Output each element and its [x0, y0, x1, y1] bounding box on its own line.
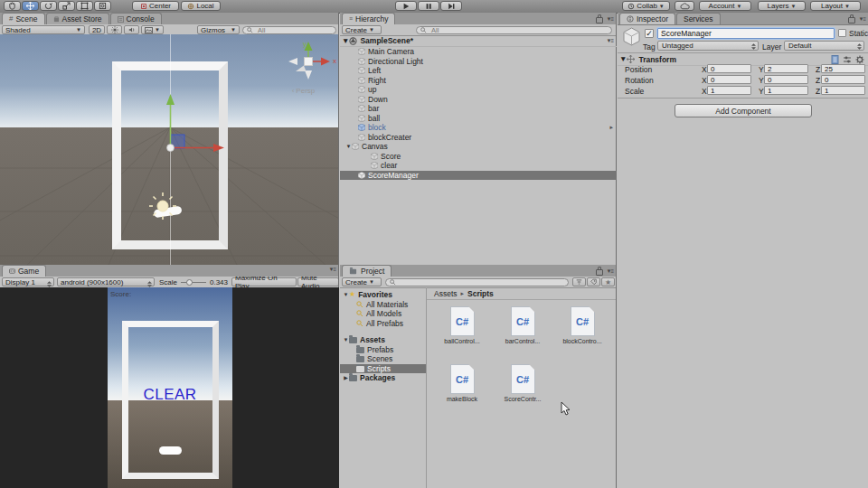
tab-services[interactable]: Services — [676, 13, 721, 24]
scene-viewport[interactable]: y x ‹ Persp — [0, 34, 338, 265]
tab-scene[interactable]: # Scene — [2, 13, 45, 24]
reference-doc-icon[interactable] — [831, 55, 839, 64]
search-by-label-button[interactable] — [587, 277, 600, 286]
project-tree-all-models[interactable]: All Models — [340, 309, 426, 319]
file-makeblock[interactable]: C# makeBlock — [434, 364, 490, 402]
active-checkbox[interactable]: ✓ — [645, 29, 654, 38]
hierarchy-item[interactable]: Directional Light — [340, 57, 617, 67]
hierarchy-item[interactable]: up — [340, 85, 617, 95]
hierarchy-item-prefab[interactable]: block▸ — [340, 123, 617, 133]
presets-icon[interactable] — [843, 55, 852, 64]
transform-tool-button[interactable] — [94, 1, 111, 11]
persp-toggle[interactable]: ‹ Persp — [292, 87, 315, 95]
hierarchy-item-selected[interactable]: ScoreManager — [340, 171, 617, 181]
expander-icon[interactable]: ▼ — [342, 36, 349, 46]
tab-project[interactable]: Project — [342, 265, 392, 277]
prefab-arrow-icon[interactable]: ▸ — [609, 123, 613, 133]
step-button[interactable] — [440, 1, 462, 11]
hand-tool-button[interactable] — [4, 1, 21, 11]
pause-button[interactable] — [418, 1, 439, 11]
expander-icon[interactable]: ▶ — [343, 373, 349, 383]
hierarchy-search-input[interactable]: All — [416, 26, 612, 34]
breadcrumb-root[interactable]: Assets — [434, 289, 458, 298]
lock-icon[interactable] — [596, 17, 603, 23]
rect-tool-button[interactable] — [76, 1, 93, 11]
rotation-z-field[interactable]: 0 — [821, 75, 865, 84]
scene-audio-button[interactable] — [124, 25, 139, 34]
tab-hierarchy[interactable]: ≡ Hierarchy — [342, 13, 395, 24]
hierarchy-item[interactable]: Right — [340, 76, 617, 86]
scene-header-row[interactable]: ▼ SampleScene* ▼≡ — [340, 35, 617, 47]
project-create-button[interactable]: Create ▼ — [342, 277, 382, 286]
tab-console[interactable]: Console — [110, 13, 162, 24]
mute-audio-button[interactable]: Mute Audio — [297, 277, 338, 286]
file-blockcontrol[interactable]: C# blockContro... — [554, 306, 610, 344]
maximize-on-play-button[interactable]: Maximize On Play — [231, 277, 297, 286]
play-button[interactable] — [395, 1, 417, 11]
panel-menu-icon[interactable]: ▼≡ — [607, 268, 613, 274]
expander-icon[interactable]: ▼ — [619, 54, 627, 64]
rotate-tool-button[interactable] — [40, 1, 57, 11]
orientation-gizmo[interactable] — [283, 38, 337, 85]
layout-button[interactable]: Layout ▼ — [810, 1, 861, 11]
tab-game[interactable]: Game — [2, 265, 46, 277]
position-z-field[interactable]: 25 — [821, 64, 865, 73]
layers-button[interactable]: Layers ▼ — [758, 1, 806, 11]
toggle-2d-button[interactable]: 2D — [89, 25, 105, 34]
add-component-button[interactable]: Add Component — [675, 104, 812, 117]
tab-asset-store[interactable]: Asset Store — [46, 13, 109, 24]
hierarchy-create-button[interactable]: Create ▼ — [342, 25, 382, 34]
scene-effects-button[interactable]: ▼ — [141, 25, 164, 34]
rotation-y-field[interactable]: 0 — [764, 75, 808, 84]
hierarchy-item-canvas[interactable]: ▼Canvas — [340, 142, 617, 152]
project-tree-assets[interactable]: ▼Assets — [340, 335, 426, 345]
tag-dropdown[interactable]: Untagged — [657, 41, 759, 51]
object-name-field[interactable]: ScoreManager — [657, 28, 835, 39]
position-y-field[interactable]: 2 — [764, 64, 808, 73]
shading-mode-dropdown[interactable]: Shaded ▼ — [2, 25, 85, 34]
expander-icon[interactable]: ▼ — [343, 335, 349, 345]
scale-y-field[interactable]: 1 — [764, 86, 808, 95]
search-by-type-button[interactable] — [572, 277, 586, 286]
hierarchy-item[interactable]: bar — [340, 104, 617, 114]
project-tree-scripts-selected[interactable]: Scripts — [340, 364, 426, 374]
move-tool-button[interactable] — [22, 1, 39, 11]
rotation-x-field[interactable]: 0 — [707, 75, 751, 84]
pivot-center-button[interactable]: Center — [132, 1, 179, 11]
collab-button[interactable]: Collab ▼ — [622, 1, 670, 11]
scene-search-input[interactable]: All — [242, 26, 336, 34]
hierarchy-item-child[interactable]: clear — [340, 161, 617, 171]
account-button[interactable]: Account ▼ — [699, 1, 751, 11]
resolution-dropdown[interactable]: android (900x1600) — [57, 277, 155, 286]
file-ballcontrol[interactable]: C# ballControl... — [434, 306, 490, 344]
game-viewport[interactable]: Score: CLEAR — [0, 287, 339, 488]
expander-icon[interactable]: ▼ — [343, 290, 349, 300]
project-tree-scenes[interactable]: Scenes — [340, 354, 426, 364]
hierarchy-item[interactable]: blockCreater — [340, 133, 617, 143]
file-barcontrol[interactable]: C# barControl... — [495, 306, 551, 344]
scale-slider[interactable] — [181, 282, 206, 284]
project-tree-prefabs[interactable]: Prefabs — [340, 345, 426, 355]
breadcrumb-current[interactable]: Scripts — [467, 289, 494, 298]
project-tree-packages[interactable]: ▶Packages — [340, 373, 426, 383]
file-scorecontrol[interactable]: C# ScoreContr... — [495, 364, 551, 402]
tab-inspector[interactable]: Inspector — [619, 13, 675, 24]
hierarchy-item-child[interactable]: Score — [340, 152, 617, 162]
scale-tool-button[interactable] — [58, 1, 75, 11]
hierarchy-item[interactable]: Main Camera — [340, 47, 617, 57]
layer-dropdown[interactable]: Default — [784, 41, 864, 51]
position-x-field[interactable]: 0 — [707, 64, 751, 73]
expander-icon[interactable]: ▼ — [345, 142, 352, 152]
hierarchy-item[interactable]: Left — [340, 66, 617, 76]
scene-lighting-button[interactable] — [107, 25, 122, 34]
panel-menu-icon[interactable]: ▼≡ — [329, 267, 335, 272]
space-local-button[interactable]: Local — [181, 1, 221, 11]
favorites-filter-button[interactable]: ★ — [601, 277, 615, 286]
hierarchy-item[interactable]: Down — [340, 95, 617, 105]
hierarchy-item[interactable]: ball — [340, 114, 617, 124]
lock-icon[interactable] — [596, 269, 603, 276]
project-tree-favorites[interactable]: ▼★Favorites — [340, 290, 426, 300]
panel-menu-icon[interactable]: ▼≡ — [607, 16, 613, 22]
gizmos-dropdown[interactable]: Gizmos ▼ — [197, 25, 240, 34]
project-tree-all-prefabs[interactable]: All Prefabs — [340, 319, 426, 329]
